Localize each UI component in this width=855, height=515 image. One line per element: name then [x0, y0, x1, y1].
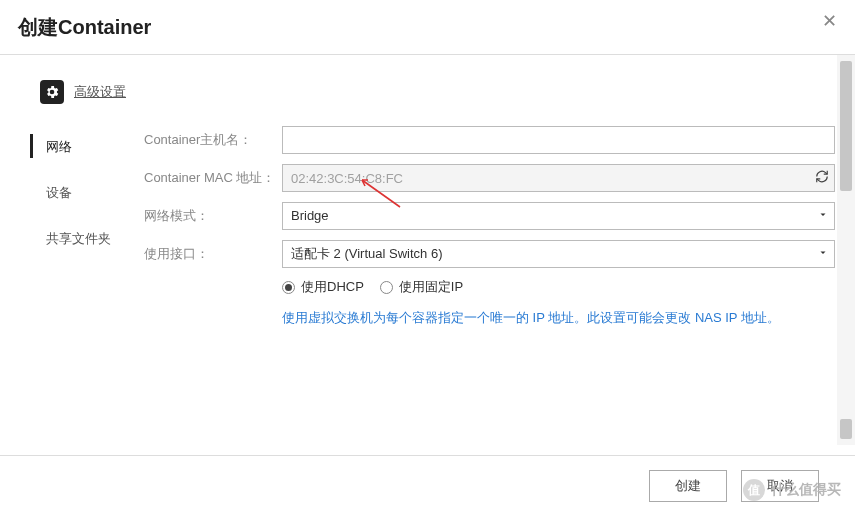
advanced-settings-link[interactable]: 高级设置 [74, 83, 126, 101]
gear-icon [40, 80, 64, 104]
sidebar-item-network[interactable]: 网络 [0, 124, 130, 170]
chevron-down-icon [817, 209, 829, 224]
network-hint-text: 使用虚拟交换机为每个容器指定一个唯一的 IP 地址。此设置可能会更改 NAS I… [282, 308, 835, 329]
close-icon[interactable]: ✕ [822, 10, 837, 32]
scrollbar-thumb[interactable] [840, 61, 852, 191]
sidebar-item-shared-folder[interactable]: 共享文件夹 [0, 216, 130, 262]
dialog-title: 创建Container [18, 14, 151, 41]
radio-static-label: 使用固定IP [399, 278, 463, 296]
hostname-label: Container主机名： [144, 131, 282, 149]
mac-input[interactable] [282, 164, 835, 192]
chevron-down-icon [817, 247, 829, 262]
sidebar-item-label: 网络 [46, 139, 72, 154]
vertical-scrollbar[interactable] [837, 55, 855, 445]
interface-select[interactable]: 适配卡 2 (Virtual Switch 6) [282, 240, 835, 268]
sidebar-item-label: 设备 [46, 185, 72, 200]
iface-label: 使用接口： [144, 245, 282, 263]
scrollbar-thumb[interactable] [840, 419, 852, 439]
network-mode-value: Bridge [291, 208, 329, 223]
mode-label: 网络模式： [144, 207, 282, 225]
radio-use-dhcp[interactable]: 使用DHCP [282, 278, 364, 296]
create-button[interactable]: 创建 [649, 470, 727, 502]
refresh-icon[interactable] [815, 170, 829, 187]
radio-dot-icon [380, 281, 393, 294]
hostname-input[interactable] [282, 126, 835, 154]
interface-value: 适配卡 2 (Virtual Switch 6) [291, 246, 442, 261]
sidebar-item-label: 共享文件夹 [46, 231, 111, 246]
radio-use-static-ip[interactable]: 使用固定IP [380, 278, 463, 296]
sidebar-item-device[interactable]: 设备 [0, 170, 130, 216]
radio-dot-icon [282, 281, 295, 294]
network-mode-select[interactable]: Bridge [282, 202, 835, 230]
cancel-button[interactable]: 取消 [741, 470, 819, 502]
mac-label: Container MAC 地址： [144, 169, 282, 187]
radio-dhcp-label: 使用DHCP [301, 278, 364, 296]
